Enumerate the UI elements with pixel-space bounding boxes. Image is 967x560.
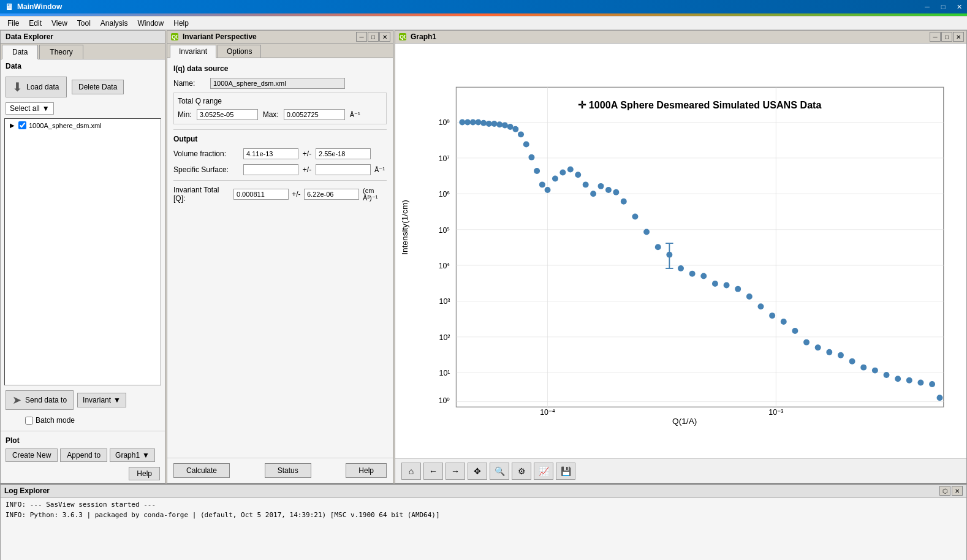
total-q-box: Total Q range Min: Max: Å⁻¹ [173, 93, 387, 124]
svg-point-43 [552, 175, 558, 181]
svg-point-44 [559, 170, 566, 176]
svg-point-72 [815, 344, 821, 350]
svg-text:Q(1/A): Q(1/A) [672, 417, 697, 426]
load-icon: ⬇ [12, 80, 23, 94]
settings-button[interactable]: ⚙ [512, 463, 531, 480]
delete-data-button[interactable]: Delete Data [72, 80, 124, 94]
volume-pm: +/- [301, 149, 313, 158]
data-item-checkbox[interactable] [18, 121, 26, 129]
graph-minimize-btn[interactable]: ─ [930, 32, 941, 42]
invariant-tabs: Invariant Options [167, 44, 393, 58]
help-button[interactable]: Help [129, 467, 160, 480]
name-row: Name: [173, 78, 387, 89]
graph-dropdown[interactable]: Graph1 ▼ [110, 448, 155, 462]
specific-surface-unit: Å⁻¹ [374, 166, 385, 174]
maximize-button[interactable]: □ [935, 0, 951, 13]
home-button[interactable]: ⌂ [401, 463, 421, 480]
invariant-minimize-btn[interactable]: ─ [356, 32, 367, 42]
svg-point-54 [643, 229, 650, 235]
tab-invariant[interactable]: Invariant [170, 45, 216, 58]
svg-text:Intensity(1/cm): Intensity(1/cm) [400, 200, 409, 255]
append-to-button[interactable]: Append to [60, 448, 107, 462]
invariant-total-input[interactable] [233, 189, 289, 200]
menu-analysis[interactable]: Analysis [96, 18, 133, 29]
log-expand-btn[interactable]: ⬡ [939, 486, 950, 496]
invariant-total-err-input[interactable] [304, 189, 359, 200]
menu-tool[interactable]: Tool [72, 18, 96, 29]
back-button[interactable]: ← [423, 463, 443, 480]
volume-fraction-err-input[interactable] [316, 148, 371, 159]
batch-mode-checkbox[interactable] [25, 417, 33, 425]
expand-arrow[interactable]: ▶ [10, 122, 15, 129]
close-button[interactable]: ✕ [951, 0, 967, 13]
data-section-label: Data [1, 59, 165, 73]
menu-help[interactable]: Help [169, 18, 194, 29]
menu-edit[interactable]: Edit [24, 18, 47, 29]
iq-source-title: I(q) data source [173, 64, 387, 73]
specific-surface-label: Specific Surface: [173, 165, 241, 174]
forward-button[interactable]: → [446, 463, 465, 480]
send-data-button[interactable]: ➤ Send data to [6, 390, 74, 410]
tab-theory[interactable]: Theory [39, 45, 83, 59]
graph-title-bar: Qt Graph1 ─ □ ✕ [395, 31, 966, 44]
svg-point-55 [655, 244, 661, 250]
tab-data[interactable]: Data [2, 45, 38, 59]
graph-toolbar: ⌂ ← → ✥ 🔍 ⚙ 📈 💾 [395, 458, 966, 483]
svg-point-30 [480, 120, 487, 126]
calculate-button[interactable]: Calculate [173, 463, 230, 478]
invariant-panel-controls: ─ □ ✕ [356, 32, 390, 42]
load-data-button[interactable]: ⬇ Load data [6, 77, 67, 97]
send-icon: ➤ [12, 393, 21, 407]
create-new-button[interactable]: Create New [6, 448, 58, 462]
tab-options[interactable]: Options [218, 45, 261, 58]
lines-button[interactable]: 📈 [534, 463, 553, 480]
max-label: Max: [263, 110, 279, 119]
select-all-dropdown[interactable]: Select all ▼ [6, 102, 54, 115]
graph-maximize-btn[interactable]: □ [941, 32, 952, 42]
load-data-area: ⬇ Load data Delete Data [1, 73, 165, 101]
invariant-total-unit: (cm Å³)⁻¹ [363, 187, 387, 202]
save-button[interactable]: 💾 [556, 463, 575, 480]
invariant-close-btn[interactable]: ✕ [379, 32, 390, 42]
invariant-buttons: Calculate Status Help [167, 458, 393, 483]
svg-point-41 [539, 181, 545, 187]
svg-text:10⁷: 10⁷ [439, 154, 450, 163]
send-data-row: ➤ Send data to Invariant ▼ [1, 385, 165, 415]
batch-mode-row: Batch mode [1, 415, 165, 428]
minimize-button[interactable]: ─ [919, 0, 935, 13]
title-bar: 🖥 MainWindow ─ □ ✕ [0, 0, 967, 13]
select-all-label: Select all [10, 104, 40, 113]
svg-point-52 [621, 199, 627, 205]
log-close-btn[interactable]: ✕ [952, 486, 963, 496]
menu-view[interactable]: View [47, 18, 72, 29]
status-button[interactable]: Status [265, 463, 311, 478]
svg-text:10⁶: 10⁶ [439, 190, 450, 199]
menu-window[interactable]: Window [133, 18, 169, 29]
zoom-button[interactable]: 🔍 [490, 463, 509, 480]
svg-point-74 [838, 352, 844, 358]
plot-buttons: Create New Append to Graph1 ▼ [1, 446, 165, 464]
invariant-maximize-btn[interactable]: □ [368, 32, 379, 42]
q-range-row: Min: Max: Å⁻¹ [178, 109, 382, 120]
invariant-dropdown[interactable]: Invariant ▼ [77, 393, 126, 407]
min-input[interactable] [197, 109, 258, 120]
svg-point-70 [792, 328, 798, 334]
list-item: ▶ 1000A_sphere_dsm.xml [5, 119, 161, 132]
name-input[interactable] [210, 78, 345, 89]
menu-file[interactable]: File [2, 18, 24, 29]
graph-close-btn[interactable]: ✕ [953, 32, 964, 42]
qt-icon: Qt [171, 33, 178, 40]
svg-text:10⁻³: 10⁻³ [768, 408, 783, 417]
invariant-panel: Qt Invariant Perspective ─ □ ✕ Invariant… [167, 30, 393, 483]
svg-point-67 [758, 303, 764, 309]
specific-surface-input[interactable] [243, 164, 298, 175]
specific-surface-err-input[interactable] [316, 164, 371, 175]
name-label: Name: [173, 79, 210, 88]
pan-button[interactable]: ✥ [468, 463, 487, 480]
svg-point-81 [917, 380, 923, 386]
invariant-help-button[interactable]: Help [346, 463, 387, 478]
main-content: Data Explorer Data Theory Data ⬇ Load da… [0, 30, 967, 483]
svg-point-38 [523, 142, 529, 148]
max-input[interactable] [284, 109, 345, 120]
volume-fraction-input[interactable] [243, 148, 298, 159]
